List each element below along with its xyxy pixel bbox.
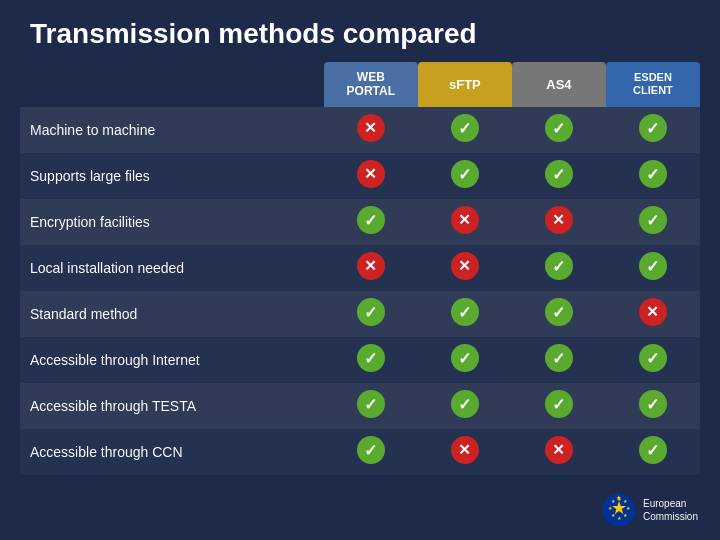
cell-as4 — [512, 153, 606, 199]
check-yes-icon — [639, 160, 667, 188]
cell-as4 — [512, 291, 606, 337]
table-row: Supports large files — [20, 153, 700, 199]
check-yes-icon — [545, 114, 573, 142]
table-row: Local installation needed — [20, 245, 700, 291]
check-yes-icon — [451, 390, 479, 418]
table-container: WEBPORTAL sFTP AS4 ESDENCLIENT Machine t… — [0, 62, 720, 475]
check-no-icon — [357, 252, 385, 280]
table-row: Accessible through CCN — [20, 429, 700, 475]
check-yes-icon — [451, 344, 479, 372]
check-yes-icon — [357, 206, 385, 234]
cell-web_portal — [324, 383, 418, 429]
eu-commission-text: European Commission — [643, 497, 698, 523]
cell-esden — [606, 245, 700, 291]
check-yes-icon — [451, 298, 479, 326]
row-label: Accessible through TESTA — [20, 383, 324, 429]
cell-sftp — [418, 199, 512, 245]
check-no-icon — [451, 206, 479, 234]
check-yes-icon — [545, 390, 573, 418]
cell-sftp — [418, 107, 512, 153]
cell-as4 — [512, 383, 606, 429]
col-header-sftp: sFTP — [418, 62, 512, 107]
cell-esden — [606, 429, 700, 475]
check-no-icon — [357, 114, 385, 142]
check-yes-icon — [545, 160, 573, 188]
cell-esden — [606, 107, 700, 153]
row-label: Encryption facilities — [20, 199, 324, 245]
cell-as4 — [512, 107, 606, 153]
row-label: Supports large files — [20, 153, 324, 199]
check-yes-icon — [639, 114, 667, 142]
check-yes-icon — [357, 344, 385, 372]
check-no-icon — [545, 436, 573, 464]
row-label: Local installation needed — [20, 245, 324, 291]
cell-web_portal — [324, 337, 418, 383]
row-label: Standard method — [20, 291, 324, 337]
check-yes-icon — [545, 252, 573, 280]
table-row: Accessible through TESTA — [20, 383, 700, 429]
row-label: Accessible through Internet — [20, 337, 324, 383]
check-yes-icon — [357, 436, 385, 464]
check-no-icon — [639, 298, 667, 326]
cell-web_portal — [324, 107, 418, 153]
cell-sftp — [418, 383, 512, 429]
check-yes-icon — [639, 344, 667, 372]
check-yes-icon — [451, 114, 479, 142]
table-row: Machine to machine — [20, 107, 700, 153]
cell-esden — [606, 383, 700, 429]
row-label: Accessible through CCN — [20, 429, 324, 475]
check-yes-icon — [639, 390, 667, 418]
cell-web_portal — [324, 429, 418, 475]
cell-as4 — [512, 199, 606, 245]
cell-as4 — [512, 245, 606, 291]
cell-as4 — [512, 337, 606, 383]
check-yes-icon — [639, 206, 667, 234]
table-row: Encryption facilities — [20, 199, 700, 245]
cell-web_portal — [324, 153, 418, 199]
page-title: Transmission methods compared — [0, 0, 720, 62]
col-header-esden: ESDENCLIENT — [606, 62, 700, 107]
check-yes-icon — [451, 160, 479, 188]
cell-web_portal — [324, 291, 418, 337]
cell-esden — [606, 337, 700, 383]
comparison-table: WEBPORTAL sFTP AS4 ESDENCLIENT Machine t… — [20, 62, 700, 475]
col-header-as4: AS4 — [512, 62, 606, 107]
cell-esden — [606, 153, 700, 199]
cell-esden — [606, 291, 700, 337]
cell-web_portal — [324, 199, 418, 245]
cell-sftp — [418, 245, 512, 291]
check-yes-icon — [639, 252, 667, 280]
eu-stars-icon: ★ ★ ★ ★ ★ ★ ★ ★ ★ — [601, 492, 637, 528]
cell-sftp — [418, 153, 512, 199]
cell-as4 — [512, 429, 606, 475]
eu-logo: ★ ★ ★ ★ ★ ★ ★ ★ ★ European Commission — [601, 492, 698, 528]
cell-sftp — [418, 429, 512, 475]
page: Transmission methods compared WEBPORTAL … — [0, 0, 720, 540]
check-no-icon — [451, 436, 479, 464]
check-yes-icon — [357, 390, 385, 418]
cell-web_portal — [324, 245, 418, 291]
check-yes-icon — [545, 298, 573, 326]
cell-esden — [606, 199, 700, 245]
cell-sftp — [418, 291, 512, 337]
check-no-icon — [545, 206, 573, 234]
row-label: Machine to machine — [20, 107, 324, 153]
table-row: Accessible through Internet — [20, 337, 700, 383]
check-no-icon — [357, 160, 385, 188]
check-no-icon — [451, 252, 479, 280]
check-yes-icon — [545, 344, 573, 372]
table-row: Standard method — [20, 291, 700, 337]
cell-sftp — [418, 337, 512, 383]
col-header-web-portal: WEBPORTAL — [324, 62, 418, 107]
check-yes-icon — [357, 298, 385, 326]
check-yes-icon — [639, 436, 667, 464]
col-header-label — [20, 62, 324, 107]
